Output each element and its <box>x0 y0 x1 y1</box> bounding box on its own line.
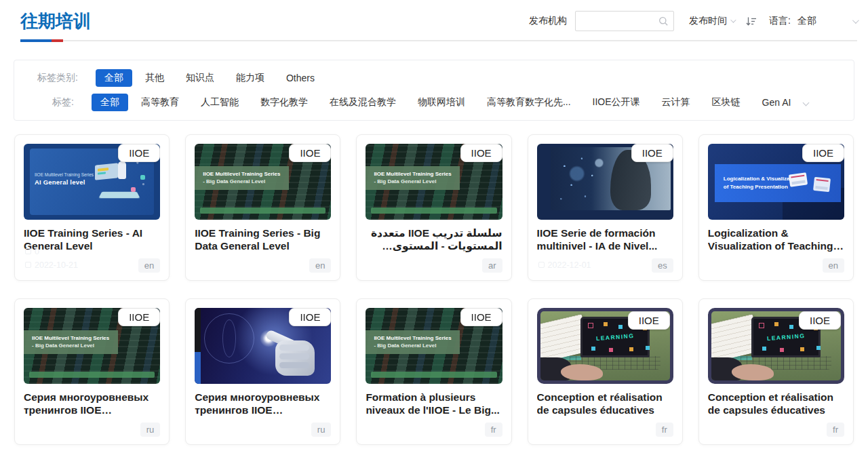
language-badge: ru <box>311 423 332 437</box>
calendar-icon <box>25 262 31 268</box>
thumbnail-banner: Logicalization & Visualization of Teachi… <box>715 164 841 202</box>
robot-fist <box>275 340 315 376</box>
course-thumbnail-profile: IIOE <box>537 144 673 220</box>
thumbnail-caption: IIOE Multilevel Training Series - Big Da… <box>366 330 460 354</box>
thumbnail-green-bar <box>371 208 496 214</box>
category-filter-row: 标签类别: 全部 其他 知识点 能力项 Others <box>37 69 842 87</box>
tag-filter-row: 标签: 全部 高等教育 人工智能 数字化教学 在线及混合教学 物联网培训 高等教… <box>37 94 842 111</box>
course-title[interactable]: Conception et réalisation de capsules éd… <box>537 391 673 417</box>
course-title[interactable]: IIOE Training Series - Big Data General … <box>195 227 331 253</box>
language-select[interactable]: 全部 <box>797 15 857 27</box>
sort-order-icon[interactable] <box>745 16 757 26</box>
thumbnail-caption: IIOE Multilevel Training Series - Big Da… <box>366 166 460 190</box>
language-badge: ar <box>482 258 502 273</box>
tags-expand-chevron-icon[interactable] <box>803 99 810 106</box>
iioe-badge: IIOE <box>628 311 670 330</box>
course-title[interactable]: IIOE Serie de formación multinivel - IA … <box>537 227 673 253</box>
title-underline <box>20 40 857 41</box>
course-card[interactable]: LEARNING IIOE Conception et réalisation … <box>528 298 683 445</box>
language-badge: ru <box>140 423 161 437</box>
tag-pills: 全部 高等教育 人工智能 数字化教学 在线及混合教学 物联网培训 高等教育数字化… <box>92 94 850 111</box>
course-title[interactable]: Conception et réalisation de capsules éd… <box>708 391 844 417</box>
language-label: 语言: <box>769 15 791 27</box>
tag-pill-all[interactable]: 全部 <box>92 94 128 111</box>
participant-count: 0 <box>35 247 39 256</box>
person-hand <box>732 364 774 380</box>
category-pill-ability[interactable]: 能力项 <box>227 69 273 87</box>
thumbnail-green-bar <box>371 372 496 378</box>
category-pills: 全部 其他 知识点 能力项 Others <box>96 69 842 87</box>
thumbnail-green-bar <box>200 208 326 214</box>
header-controls: 发布机构 发布时间 语言: 全部 <box>529 11 857 31</box>
thumbnail-caption: IIOE Multilevel Training Series AI Gener… <box>35 172 94 186</box>
course-thumbnail-ai: IIOE Multilevel Training Series AI Gener… <box>24 144 160 220</box>
language-badge: en <box>309 258 331 273</box>
chevron-down-icon <box>852 17 859 24</box>
publisher-search-box[interactable] <box>575 11 674 31</box>
tag-pill-iot[interactable]: 物联网培训 <box>409 94 474 111</box>
course-title[interactable]: سلسلة تدريب IIOE متعددة المستويات - المس… <box>366 227 502 253</box>
ai-illustration <box>91 157 149 202</box>
category-filter-label: 标签类别: <box>37 72 78 84</box>
iioe-badge: IIOE <box>631 144 673 162</box>
course-meta: 2022-12-01 <box>538 258 591 272</box>
course-card[interactable]: IIOE Multilevel Training Series - Big Da… <box>356 298 511 445</box>
tag-pill-he-digital[interactable]: 高等教育数字化先... <box>478 94 580 111</box>
course-card[interactable]: LEARNING IIOE Conception et réalisation … <box>698 298 854 445</box>
category-pill-other[interactable]: 其他 <box>136 69 173 87</box>
course-card[interactable]: IIOE Серия многоуровневых тренингов IIOE… <box>185 298 340 445</box>
underline-blue-segment <box>20 39 52 42</box>
iioe-badge: IIOE <box>460 144 502 162</box>
calendar-icon <box>538 262 545 268</box>
tag-pill-ai[interactable]: 人工智能 <box>192 94 248 111</box>
language-selected-value: 全部 <box>797 15 816 27</box>
language-badge: fr <box>656 423 673 437</box>
tag-pill-cloud[interactable]: 云计算 <box>653 94 699 111</box>
course-card[interactable]: IIOE Multilevel Training Series - Big Da… <box>14 298 170 445</box>
iioe-badge: IIOE <box>118 308 160 326</box>
iioe-badge: IIOE <box>118 144 160 162</box>
course-meta: 0 2022-10-21 <box>25 245 78 272</box>
language-badge: es <box>652 258 673 273</box>
person-hand <box>561 364 603 380</box>
course-thumbnail-robot-hand: IIOE <box>195 308 331 384</box>
iioe-badge: IIOE <box>289 308 331 326</box>
iioe-badge: IIOE <box>460 308 502 326</box>
tag-pill-iioe-open-course[interactable]: IIOE公开课 <box>584 94 649 111</box>
chevron-down-icon <box>730 17 736 22</box>
tag-pill-higher-education[interactable]: 高等教育 <box>132 94 188 111</box>
wireframe-sphere <box>204 313 254 364</box>
course-thumbnail-learning-laptop: LEARNING IIOE <box>708 308 844 384</box>
course-title[interactable]: Серия многоуровневых тренингов IIOE «Бол… <box>24 391 160 417</box>
iioe-badge: IIOE <box>802 144 844 162</box>
course-card[interactable]: IIOE Multilevel Training Series AI Gener… <box>14 134 170 281</box>
language-badge: en <box>138 258 160 273</box>
course-card[interactable]: Logicalization & Visualization of Teachi… <box>698 134 854 281</box>
tag-pill-digital-teaching[interactable]: 数字化教学 <box>252 94 317 111</box>
category-pill-knowledge[interactable]: 知识点 <box>177 69 223 87</box>
publish-time-label: 发布时间 <box>689 15 727 27</box>
course-card-grid: IIOE Multilevel Training Series AI Gener… <box>0 121 868 445</box>
search-icon[interactable] <box>658 16 669 26</box>
page-title: 往期培训 <box>20 9 91 33</box>
tag-pill-online-blended[interactable]: 在线及混合教学 <box>321 94 405 111</box>
language-badge: fr <box>827 423 844 437</box>
category-pill-others[interactable]: Others <box>277 70 323 86</box>
course-card[interactable]: IIOE Multilevel Training Series - Big Da… <box>356 134 511 281</box>
course-title[interactable]: Logicalization & Visualization of Teachi… <box>708 227 844 253</box>
category-pill-all[interactable]: 全部 <box>96 69 132 87</box>
thumbnail-green-bar <box>29 372 155 378</box>
tag-pill-gen-ai[interactable]: Gen AI <box>753 94 800 111</box>
publish-time-sort[interactable]: 发布时间 <box>689 15 734 27</box>
publisher-label: 发布机构 <box>529 15 567 27</box>
thumbnail-caption: IIOE Multilevel Training Series - Big Da… <box>24 330 118 354</box>
filter-panel: 标签类别: 全部 其他 知识点 能力项 Others 标签: 全部 高等教育 人… <box>14 60 854 121</box>
thumbnail-caption: IIOE Multilevel Training Series - Big Da… <box>195 166 289 190</box>
course-card[interactable]: IIOE Multilevel Training Series - Big Da… <box>185 134 340 281</box>
course-title[interactable]: Серия многоуровневых тренингов IIOE «Бол… <box>195 391 331 417</box>
tag-pill-blockchain[interactable]: 区块链 <box>703 94 749 111</box>
digital-brain-dots <box>551 147 620 210</box>
course-title[interactable]: Formation à plusieurs niveaux de l'IIOE … <box>366 391 502 417</box>
thumbnail-caption: Logicalization & Visualization of Teachi… <box>715 175 800 191</box>
course-card[interactable]: IIOE IIOE Serie de formación multinivel … <box>528 134 683 281</box>
